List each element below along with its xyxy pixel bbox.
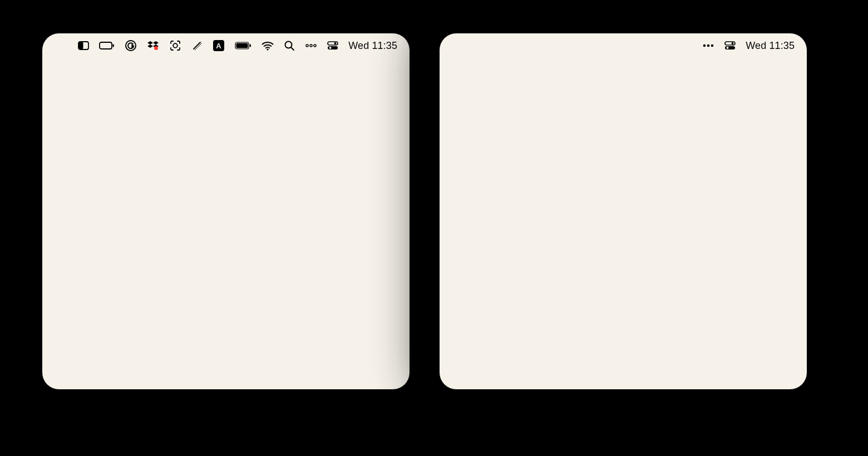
right-clock[interactable]: Wed 11:35 (746, 40, 795, 52)
control-center-icon[interactable] (724, 41, 736, 51)
stage: A Wed 11:35 (0, 0, 868, 456)
spotlight-icon[interactable] (284, 40, 295, 51)
svg-point-10 (174, 43, 178, 48)
svg-point-23 (314, 44, 316, 47)
svg-marker-6 (153, 41, 159, 44)
input-source-icon[interactable]: A (213, 39, 225, 52)
svg-point-34 (727, 47, 729, 49)
svg-point-18 (267, 48, 269, 50)
svg-point-22 (310, 44, 312, 47)
svg-point-19 (285, 42, 292, 48)
more-dots-icon[interactable] (702, 43, 714, 48)
overflow-icon[interactable] (305, 43, 317, 48)
control-center-icon[interactable] (327, 41, 338, 51)
svg-marker-5 (147, 41, 153, 44)
svg-point-27 (329, 47, 332, 49)
left-clock[interactable]: Wed 11:35 (348, 40, 397, 52)
svg-rect-1 (79, 42, 83, 49)
left-panel: A Wed 11:35 (42, 33, 410, 389)
svg-point-28 (703, 44, 706, 47)
battery-full-icon[interactable] (235, 41, 251, 50)
svg-point-29 (707, 44, 710, 47)
battery-empty-icon[interactable] (99, 41, 115, 50)
svg-point-32 (732, 42, 734, 44)
right-menubar: Wed 11:35 (440, 33, 807, 58)
svg-point-21 (306, 44, 308, 47)
svg-rect-16 (236, 43, 248, 48)
svg-line-20 (292, 48, 294, 51)
compose-slash-icon[interactable] (191, 40, 203, 51)
screenshot-icon[interactable] (169, 39, 181, 52)
left-menubar: A Wed 11:35 (42, 33, 410, 58)
grammarly-icon[interactable] (125, 39, 137, 52)
svg-marker-7 (147, 44, 153, 48)
right-panel: Wed 11:35 (440, 33, 807, 389)
contrast-icon[interactable] (78, 41, 89, 51)
svg-point-9 (154, 46, 158, 50)
svg-rect-3 (113, 44, 114, 47)
svg-point-30 (711, 44, 714, 47)
svg-rect-17 (250, 44, 251, 47)
dropbox-icon[interactable] (147, 40, 159, 51)
svg-rect-2 (100, 42, 112, 49)
svg-point-25 (334, 42, 337, 44)
wifi-icon[interactable] (262, 41, 274, 51)
svg-text:A: A (216, 42, 222, 50)
